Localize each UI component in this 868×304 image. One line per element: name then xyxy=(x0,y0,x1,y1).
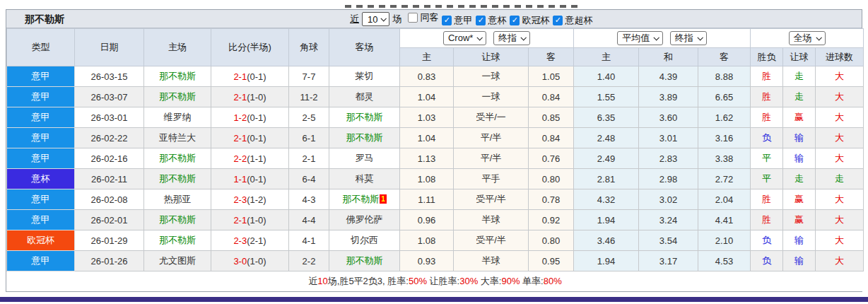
match-date: 26-02-22 xyxy=(75,128,144,148)
home-team: 那不勒斯 xyxy=(144,169,211,189)
odds-away: 1.05 xyxy=(529,66,574,87)
league-filter-group: 同客✓意甲✓意杯✓欧冠杯✓意超杯 xyxy=(404,11,592,27)
result-outcome: 胜 xyxy=(751,189,783,210)
checked-checkbox-icon[interactable]: ✓ xyxy=(553,16,563,25)
scope-select[interactable]: 全场 xyxy=(789,31,826,45)
result-handicap: 输 xyxy=(783,148,816,169)
result-outcome: 负 xyxy=(751,251,783,271)
recent-count-select[interactable]: 10 xyxy=(362,12,389,26)
subcol-avg-home: 主 xyxy=(574,48,639,66)
away-team: 科莫 xyxy=(329,169,400,189)
match-score: 2-3(1-2) xyxy=(211,189,289,210)
home-team: 亚特兰大 xyxy=(144,128,211,148)
full-score: 2-2 xyxy=(233,153,247,164)
odds-handicap: 平/半 xyxy=(454,128,529,148)
checked-checkbox-icon[interactable]: ✓ xyxy=(442,16,452,25)
subcol-outcome: 胜负 xyxy=(751,48,783,66)
corner-score: 4-3 xyxy=(289,189,329,210)
result-handicap: 走 xyxy=(783,66,816,87)
half-score: (0-1) xyxy=(247,71,266,82)
header-group-row: 类型 日期 主场 比分(半场) 角球 客场 Crow* 终指 平均值 终指 xyxy=(7,29,864,48)
home-team: 那不勒斯 xyxy=(144,210,211,230)
result-outcome: 胜 xyxy=(751,66,783,87)
corner-score: 6-4 xyxy=(289,169,329,189)
league-badge: 意甲 xyxy=(7,251,75,271)
avg-home-odds: 2.48 xyxy=(574,128,639,148)
result-goals: 大 xyxy=(816,230,864,251)
table-row: 意甲26-03-01维罗纳1-2(0-1)2-5那不勒斯1.03受半/一0.85… xyxy=(7,107,864,128)
odds-away: 0.95 xyxy=(529,251,574,271)
avg-time-select[interactable]: 终指 xyxy=(670,31,707,45)
avg-away-odds: 4.41 xyxy=(698,210,751,230)
summary-stat-label: 近 xyxy=(308,276,317,286)
league-filter[interactable]: 同客 xyxy=(408,11,438,24)
table-row: 欧冠杯26-01-29那不勒斯2-3(2-1)4-1切尔西1.08受平/半0.8… xyxy=(7,230,864,251)
league-filter[interactable]: ✓意杯 xyxy=(476,14,506,27)
full-score: 1-2 xyxy=(233,112,247,123)
filter-label: 意甲 xyxy=(454,14,472,27)
summary-stat-label: 场,胜5平2负3, 胜率: xyxy=(328,276,409,286)
league-filter[interactable]: ✓意超杯 xyxy=(553,14,592,27)
summary-stat-label: 大率: xyxy=(478,276,501,286)
odds-away: 0.78 xyxy=(529,189,574,210)
corner-score: 2-1 xyxy=(289,148,329,169)
match-date: 26-01-29 xyxy=(75,230,144,251)
result-handicap: 赢 xyxy=(783,210,816,230)
chevron-down-icon xyxy=(816,35,821,40)
summary-stat-value: 50% xyxy=(409,276,427,286)
col-header-score: 比分(半场) xyxy=(211,29,289,66)
avg-draw-odds: 3.02 xyxy=(639,189,698,210)
avg-select[interactable]: 平均值 xyxy=(617,31,663,45)
avg-home-odds: 2.81 xyxy=(574,169,639,189)
table-row: 意杯26-02-11那不勒斯1-1(0-1)6-4科莫1.08平手0.802.8… xyxy=(7,169,864,189)
avg-draw-odds: 3.24 xyxy=(639,210,698,230)
result-goals: 大 xyxy=(816,128,864,148)
league-badge: 意甲 xyxy=(7,189,75,210)
league-badge: 意甲 xyxy=(7,148,75,169)
table-row: 意甲26-03-07那不勒斯2-1(1-0)11-2都灵1.04一球0.841.… xyxy=(7,87,864,107)
table-row: 意甲26-02-01那不勒斯2-1(1-0)4-4佛罗伦萨0.96半球0.921… xyxy=(7,210,864,230)
league-filter[interactable]: ✓欧冠杯 xyxy=(510,14,549,27)
avg-away-odds: 2.04 xyxy=(698,189,751,210)
result-outcome: 平 xyxy=(751,148,783,169)
odds-away: 0.84 xyxy=(529,87,574,107)
avg-away-odds: 4.53 xyxy=(698,251,751,271)
checked-checkbox-icon[interactable]: ✓ xyxy=(510,16,520,25)
subcol-avg-away: 客 xyxy=(698,48,751,66)
recent-link[interactable]: 近 xyxy=(350,13,359,25)
full-score: 2-3 xyxy=(233,194,247,205)
league-badge: 意甲 xyxy=(7,66,75,87)
result-scope-header: 全场 xyxy=(751,29,864,48)
match-date: 26-03-01 xyxy=(75,107,144,128)
clipped-text-fragments xyxy=(345,5,578,8)
chevron-down-icon xyxy=(381,16,387,21)
odds-handicap: 受半/一 xyxy=(454,107,529,128)
unchecked-checkbox-icon[interactable] xyxy=(408,13,418,23)
bookmaker-select[interactable]: Crow* xyxy=(443,31,486,45)
odds-home: 1.04 xyxy=(400,128,454,148)
avg-away-odds: 6.65 xyxy=(698,87,751,107)
avg-select-value: 平均值 xyxy=(622,32,650,45)
bottom-divider-bar xyxy=(0,297,868,302)
home-team: 那不勒斯 xyxy=(144,230,211,251)
league-badge: 意甲 xyxy=(7,87,75,107)
result-handicap: 输 xyxy=(783,230,816,251)
filter-label: 欧冠杯 xyxy=(522,14,549,27)
subcol-goals-res: 进球数 xyxy=(816,48,864,66)
chevron-down-icon xyxy=(654,35,659,40)
avg-home-odds: 2.49 xyxy=(574,148,639,169)
summary-stat-value: 90% xyxy=(501,276,520,286)
avg-away-odds: 2.10 xyxy=(698,230,751,251)
odds-home: 1.08 xyxy=(400,230,454,251)
odds-home: 0.93 xyxy=(400,251,454,271)
match-date: 26-02-08 xyxy=(75,189,144,210)
odds-home: 1.11 xyxy=(400,189,454,210)
odds-away: 0.92 xyxy=(529,210,574,230)
filter-label: 意杯 xyxy=(488,14,506,27)
subcol-odds-away: 客 xyxy=(529,48,574,66)
match-score: 2-2(1-1) xyxy=(211,148,289,169)
odds-time-select[interactable]: 终指 xyxy=(493,31,530,45)
avg-home-odds: 1.94 xyxy=(574,251,639,271)
checked-checkbox-icon[interactable]: ✓ xyxy=(476,16,486,25)
league-filter[interactable]: ✓意甲 xyxy=(442,14,472,27)
